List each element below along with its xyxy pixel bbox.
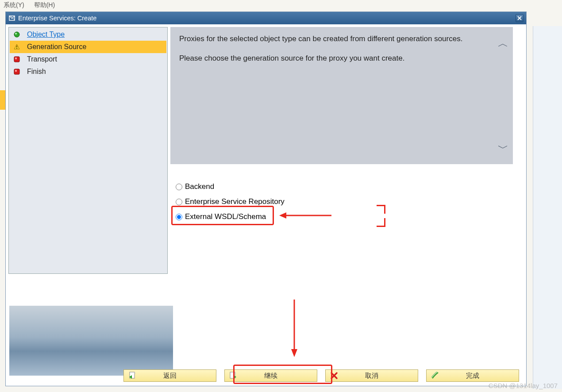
- svg-rect-7: [15, 58, 17, 59]
- step-transport[interactable]: Transport: [10, 53, 166, 65]
- create-dialog: Enterprise Services: Create Object Type: [5, 12, 527, 386]
- svg-point-1: [14, 32, 19, 37]
- svg-rect-9: [15, 70, 17, 72]
- step-label[interactable]: Object Type: [27, 31, 65, 38]
- annotation-arrow-left-icon: [279, 211, 332, 220]
- finish-button[interactable]: 完成: [426, 369, 519, 382]
- button-label: 继续: [264, 372, 277, 380]
- watermark-text: CSDN @1314lay_1007: [489, 382, 558, 389]
- radio-backend[interactable]: Backend: [176, 179, 285, 194]
- background-gradient-band: [9, 306, 173, 376]
- radio-label: Backend: [185, 182, 214, 191]
- step-label: Transport: [27, 55, 57, 63]
- scroll-up-icon[interactable]: ︿: [498, 35, 508, 51]
- step-label: Finish: [27, 68, 46, 76]
- back-button[interactable]: 返回: [123, 369, 216, 382]
- window-icon: [8, 15, 15, 22]
- close-button[interactable]: [516, 14, 524, 22]
- annotation-focus-corner: [377, 205, 385, 214]
- cancel-icon: [330, 372, 338, 380]
- generation-source-radio-group: Backend Enterprise Service Repository Ex…: [176, 179, 285, 224]
- background-menu-bar: 系统(Y) 帮助(H): [0, 0, 58, 11]
- dialog-titlebar: Enterprise Services: Create: [6, 12, 526, 24]
- svg-rect-5: [16, 48, 17, 49]
- finish-icon: [431, 372, 439, 380]
- radio-input[interactable]: [176, 199, 182, 205]
- close-icon: [517, 16, 522, 20]
- status-done-icon: [13, 31, 20, 38]
- svg-rect-4: [16, 46, 17, 47]
- svg-marker-13: [291, 349, 297, 357]
- step-generation-source[interactable]: Generation Source: [10, 41, 166, 53]
- radio-input[interactable]: [176, 184, 182, 190]
- wizard-content-area: Proxies for the selected object type can…: [170, 27, 524, 363]
- dialog-title: Enterprise Services: Create: [18, 15, 96, 22]
- status-current-icon: [13, 43, 20, 50]
- svg-marker-15: [135, 372, 136, 373]
- background-left-token: [0, 90, 5, 110]
- button-label: 返回: [163, 372, 177, 380]
- scroll-down-icon[interactable]: ﹀: [498, 140, 508, 156]
- description-box: Proxies for the selected object type can…: [170, 27, 513, 164]
- description-line1: Proxies for the selected object type can…: [179, 33, 504, 45]
- annotation-focus-corner: [377, 218, 385, 227]
- menu-help[interactable]: 帮助(H): [34, 1, 55, 9]
- wizard-steps-panel: Object Type Generation Source Transport: [8, 27, 168, 274]
- step-finish[interactable]: Finish: [10, 65, 166, 78]
- step-object-type[interactable]: Object Type: [10, 28, 166, 41]
- svg-point-2: [15, 33, 17, 35]
- svg-marker-18: [235, 372, 236, 373]
- button-label: 完成: [466, 372, 479, 380]
- status-pending-icon: [13, 56, 20, 63]
- menu-system[interactable]: 系统(Y): [4, 1, 24, 9]
- annotation-arrow-down-icon: [290, 300, 299, 357]
- page-next-icon: [229, 372, 237, 380]
- radio-label: External WSDL/Schema: [185, 212, 266, 221]
- button-label: 取消: [365, 372, 378, 380]
- radio-input[interactable]: [176, 214, 182, 220]
- continue-button[interactable]: 继续: [224, 369, 317, 382]
- step-label: Generation Source: [27, 43, 86, 51]
- radio-external-wsdl[interactable]: External WSDL/Schema: [176, 209, 285, 224]
- background-right-strip: [533, 26, 562, 389]
- cancel-button[interactable]: 取消: [325, 369, 418, 382]
- radio-esr[interactable]: Enterprise Service Repository: [176, 194, 285, 209]
- radio-label: Enterprise Service Repository: [185, 197, 285, 206]
- status-pending-icon: [13, 68, 20, 75]
- page-back-icon: [128, 372, 136, 380]
- dialog-body: Object Type Generation Source Transport: [6, 24, 526, 386]
- description-line2: Please choose the generation source for …: [179, 53, 504, 64]
